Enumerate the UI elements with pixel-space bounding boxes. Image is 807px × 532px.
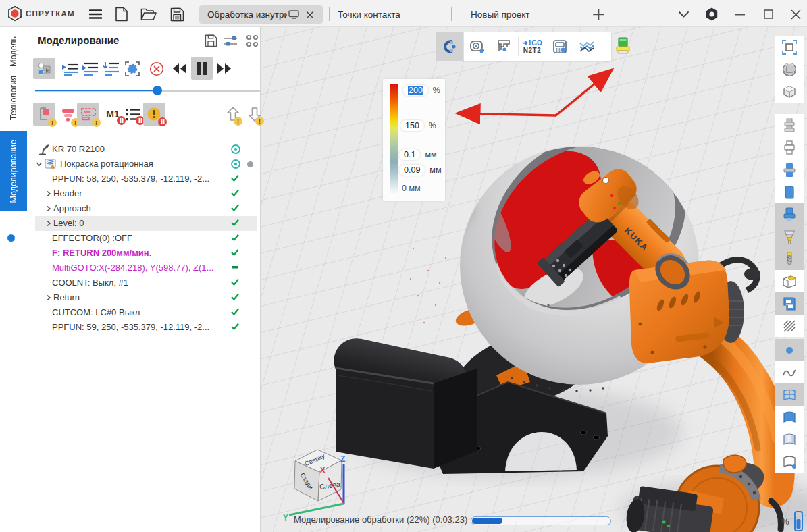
run-to-selected-button[interactable] [101,58,121,79]
hatch-section-button[interactable] [775,315,804,337]
viewport-3d[interactable]: KUKA [261,27,807,532]
maximize-button[interactable] [760,6,777,22]
tool-cone-button[interactable] [775,225,804,248]
tool-cylinder-button[interactable] [775,181,804,203]
view-box-button[interactable] [775,80,804,103]
open-file-button[interactable] [140,6,157,22]
tabs-dropdown-button[interactable] [675,6,692,22]
tab-new-project[interactable]: Новый проект [471,5,530,23]
interpreter-list-button[interactable] [123,103,143,126]
chevron-expanded-icon[interactable] [35,160,43,168]
tree-row-coolnt[interactable]: COOLNT: Выкл, #1 [27,275,260,290]
point-display-button[interactable] [775,339,804,361]
side-slider-track[interactable] [11,243,11,520]
goto-frame-button[interactable]: ➔1GON2T2 [519,32,546,61]
machine-functions-button[interactable]: M1 [103,103,123,126]
close-tab-icon[interactable] [306,11,314,19]
check-glyph-icon [230,248,240,257]
check-icon [230,174,241,184]
tree-row-ppfun59[interactable]: PPFUN: 59, 250, -535.379, -12.119, -2... [27,320,260,335]
drill-tool-button[interactable] [775,248,804,270]
legend-value-01[interactable]: 0.1 мм [399,149,437,160]
spline-display-button[interactable] [775,361,804,383]
speed-slider-track[interactable] [35,90,260,92]
workpiece-button[interactable] [775,270,804,292]
tab-contact-points[interactable]: Точки контакта [338,5,400,23]
surface-gradient-button[interactable] [775,428,804,450]
collision-fixture-button[interactable]: ! [58,103,78,126]
graphs-button[interactable] [573,32,600,61]
tree-row-ppfun58[interactable]: PPFUN: 58, 250, -535.379, -12.119, -2... [27,171,260,186]
simulation-settings-icon[interactable] [223,34,236,48]
simulation-progress-text: Моделирование обработки (22%) (0:03:23) [294,514,467,525]
save-button[interactable] [169,6,185,22]
tree-row-effector[interactable]: EFFECTOR(0) :OFF [27,231,260,246]
chevron-collapsed-icon[interactable] [45,294,53,302]
tab-separator-2 [451,7,452,21]
caliper-button[interactable] [491,32,518,61]
tool-blue-holder-button[interactable] [775,203,804,225]
surface-shaded-button[interactable] [775,406,804,428]
legend-value-200[interactable]: 200 % [403,85,440,96]
chevron-collapsed-icon[interactable] [45,219,53,228]
tool-blue-holder-icon [781,207,798,223]
settings-button[interactable] [704,6,720,22]
fast-forward-button[interactable] [214,58,234,79]
simulation-mode-button[interactable] [33,58,55,79]
document-tab-active[interactable]: Обработка изнутри [199,5,323,24]
pause-button[interactable] [191,57,213,80]
snap-magnet-button[interactable] [436,32,463,61]
tool-holder-outline-button[interactable] [775,136,804,159]
tree-row-feed-return[interactable]: F: RETURN 200мм/мин. [27,246,260,261]
tree-row-multigoto[interactable]: MultiGOTO:X(-284.218), Y(598.77), Z(1... [27,261,260,275]
tree-row-machine[interactable]: KR 70 R2100 [27,142,260,157]
mesh-display-button[interactable] [775,383,804,406]
simulation-progress-bar [471,516,611,525]
side-slider-handle[interactable] [7,234,15,242]
run-to-operation-end-button[interactable] [59,58,80,79]
new-file-button[interactable] [113,6,130,22]
legend-value-150[interactable]: 150 % [400,120,436,131]
collision-tool-button[interactable]: ! [77,103,99,126]
show-tool-position-button[interactable] [122,58,142,79]
check-icon [230,233,241,244]
measure-tape-button[interactable] [464,32,491,61]
speed-slider-handle[interactable] [153,86,162,95]
warnings-button[interactable] [143,103,165,126]
paint-thickness-button[interactable] [613,36,633,56]
tree-row-header[interactable]: Header [27,186,260,201]
rewind-button[interactable] [170,58,190,79]
save-simulation-icon[interactable] [205,34,218,48]
legend-value-009[interactable]: 0.09 мм [399,165,442,176]
operation-dot[interactable] [247,161,253,167]
tool-blue-band-button[interactable] [775,159,804,181]
machine-button[interactable] [775,292,804,315]
previous-warning-button[interactable]: ! [224,103,242,126]
tool-holder-button[interactable] [775,114,804,136]
add-tab-button[interactable] [590,6,606,22]
tree-row-cutcom[interactable]: CUTCOM: LC#0 Выкл [27,305,260,320]
panel-apps-icon[interactable] [246,34,259,48]
tree-row-level-selected[interactable]: Level: 0 [35,216,257,231]
maximize-icon [764,9,773,19]
chevron-collapsed-icon[interactable] [45,190,53,198]
next-warning-button[interactable]: ! [246,103,263,126]
tree-row-return[interactable]: Return [27,290,260,305]
tree-row-operation[interactable]: Покраска ротационная [27,157,260,171]
close-window-button[interactable] [787,6,804,22]
side-tab-model[interactable]: Модель [0,35,27,68]
surface-wire-button[interactable] [775,450,804,473]
collision-part-button[interactable]: ! [33,103,55,126]
side-tab-simulation-active[interactable]: Моделирование [0,131,27,211]
tree-row-approach[interactable]: Approach [27,201,260,216]
chevron-collapsed-icon[interactable] [45,205,53,213]
view-sphere-button[interactable] [775,58,804,80]
fit-view-button[interactable] [775,36,804,58]
main-menu-button[interactable] [87,6,103,22]
minimize-button[interactable] [732,6,748,22]
stop-simulation-button[interactable] [147,58,167,79]
run-to-next-command-button[interactable] [80,58,100,79]
tool-holder-icon [781,117,798,134]
side-tab-technology[interactable]: Технология [0,70,27,126]
control-panel-button[interactable] [546,32,573,61]
